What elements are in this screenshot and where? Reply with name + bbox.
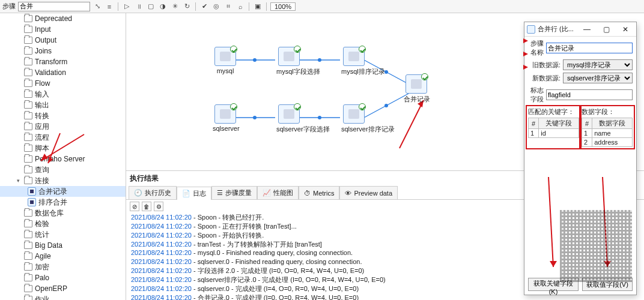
tree-item[interactable]: 输入 [0,89,126,100]
top-toolbar: 步骤 ⤡ ≡ ▷ ॥ ▢ ◑ ✳ ↻ ✔ ◎ ⌗ ⌕ ▣ 100% [0,0,644,13]
tree-item[interactable]: 应用 [0,121,126,132]
new-source-select[interactable]: sqlserver排序记录 [563,73,633,83]
node-sqlserver[interactable]: sqlserver [213,104,238,132]
sort-rows-icon [343,104,365,124]
tree-label: 统计 [35,230,49,240]
folder-icon [24,58,32,65]
tab-exec-history[interactable]: 🕘执行历史 [129,186,177,199]
tree-label: Big Data [35,241,62,250]
replay-icon[interactable]: ↻ [182,2,192,11]
node-sqlserver-sort[interactable]: sqlserver排序记录 [341,104,366,134]
tree-collapse-icon[interactable]: ≡ [105,2,114,11]
qr-watermark [560,210,632,282]
tab-metrics[interactable]: ☰步骤度量 [211,186,257,199]
log-timestamp: 2021/08/24 11:02:20 [131,223,192,230]
node-label: sqlserver [213,125,238,132]
key-fields-table[interactable]: 匹配的关键字： #关键字段 1id [528,107,579,147]
zoom-combo[interactable]: 100% [270,2,296,11]
tree-item[interactable]: Validation [0,67,126,78]
old-source-select[interactable]: mysql排序记录 [563,59,633,70]
node-mysql[interactable]: mysql [213,47,238,74]
table-row[interactable]: 2address [582,138,633,147]
sql-icon[interactable]: ⌗ [223,2,233,11]
node-mysql-sort[interactable]: mysql排序记录 [341,47,366,76]
key-fields-header: 匹配的关键字： [528,107,579,118]
debug-icon[interactable]: ✳ [170,2,180,11]
clear-log-icon[interactable]: ⊘ [130,202,139,211]
step-name-input[interactable] [546,43,633,53]
tree-item[interactable]: Pentaho Server [0,154,126,164]
tree-label: 数据仓库 [35,208,64,218]
folder-icon [24,101,32,109]
tree-item[interactable]: Deprecated [0,13,126,24]
tree-item[interactable]: Input [0,24,126,35]
steps-search-input[interactable] [18,2,90,11]
tree-item[interactable]: 统计 [0,229,126,240]
flag-field-input[interactable] [546,89,633,100]
dialog-body: 步骤名称 旧数据源: mysql排序记录 新数据源: sqlserver排序记录… [524,37,636,149]
tree-label: Pentaho Server [35,155,85,163]
preview-icon[interactable]: ◑ [158,2,168,11]
show-results-icon[interactable]: ▣ [253,2,263,11]
minimize-icon[interactable]: — [579,23,595,35]
tree-item[interactable]: 查询 [0,164,126,175]
delete-icon[interactable]: 🗑 [142,202,151,211]
tree-item[interactable]: 脚本 [0,143,126,154]
pause-icon[interactable]: ॥ [134,2,144,11]
table-row[interactable]: 1id [529,129,579,138]
tree-item[interactable]: 转换 [0,110,126,121]
settings-icon[interactable]: ⚙ [154,202,163,211]
close-icon[interactable]: ✕ [617,23,634,35]
tree-item[interactable]: 作业 [0,294,126,300]
log-icon: 📄 [182,190,190,197]
log-timestamp: 2021/08/24 11:02:20 [131,258,192,265]
node-label: mysql字段选择 [276,67,302,76]
tab-log[interactable]: 📄日志 [177,187,211,200]
impact-icon[interactable]: ◎ [211,2,221,11]
tree-expand-icon[interactable]: ⤡ [93,2,102,11]
tree-item[interactable]: 检验 [0,218,126,229]
folder-icon [24,15,32,22]
run-icon[interactable]: ▷ [122,2,132,11]
tree-item[interactable]: Joins [0,46,126,56]
tab-metrics2[interactable]: ⏱Metrics [299,186,339,199]
tree-item[interactable]: 输出 [0,100,126,110]
select-values-icon [278,104,300,124]
tree-label: 输入 [35,89,49,100]
folder-icon [24,296,32,300]
tree-item[interactable]: 流程 [0,132,126,143]
explore-icon[interactable]: ⌕ [235,2,245,11]
tree-item[interactable]: 数据仓库 [0,208,126,218]
value-fields-table[interactable]: 数据字段： #数据字段 1name2address [582,107,633,147]
tree-item[interactable]: 合并记录 [0,186,126,197]
verify-icon[interactable]: ✔ [199,2,209,11]
node-mysql-select[interactable]: mysql字段选择 [276,47,302,76]
annotation-arrow-icon [523,65,528,70]
tree-item[interactable]: 加密 [0,262,126,272]
stop-icon[interactable]: ▢ [146,2,156,11]
dialog-titlebar[interactable]: 合并行 (比... — ▢ ✕ [524,22,636,37]
tab-preview[interactable]: 👁Preview data [339,186,398,199]
chart-icon: 📈 [263,189,271,197]
tree-item[interactable]: Palo [0,272,126,283]
log-timestamp: 2021/08/24 11:02:20 [131,267,192,274]
merge-rows-icon [527,25,535,34]
tab-perf[interactable]: 📈性能图 [257,186,299,199]
tree-folder-连接-open[interactable]: ▾ 连接 [0,175,126,186]
tree-item[interactable]: Big Data [0,240,126,251]
svg-point-1 [253,58,257,62]
maximize-icon[interactable]: ▢ [598,23,615,35]
tree-item[interactable]: Flow [0,78,126,89]
tree-item[interactable]: Output [0,35,126,46]
table-row[interactable]: 1name [582,129,633,138]
toolbar-separator [118,2,118,11]
node-merge-rows[interactable]: 合并记录 [404,74,429,104]
node-sqlserver-select[interactable]: sqlserver字段选择 [276,104,302,134]
tree-item[interactable]: Transform [0,56,126,67]
tree-item[interactable]: OpenERP [0,283,126,294]
folder-icon [24,285,32,292]
tree-item[interactable]: 排序合并 [0,197,126,208]
tree-label: 排序合并 [38,197,67,208]
tree-item[interactable]: Agile [0,251,126,262]
step-tree-panel[interactable]: DeprecatedInputOutputJoinsTransformValid… [0,13,126,300]
